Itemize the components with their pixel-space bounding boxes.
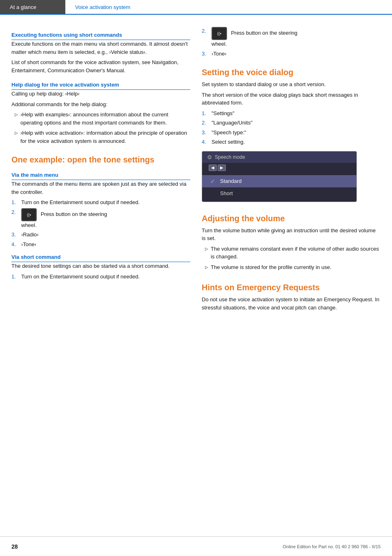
- section2-para1: Calling up help dialog: ›Help‹: [11, 90, 190, 98]
- speech-option-short[interactable]: Short: [202, 187, 356, 199]
- voice-step-2: 2. "Language/Units": [202, 119, 381, 127]
- right-column: 2. Press button on the steering wheel. 3…: [202, 24, 381, 314]
- section-emergency-requests: Hints on Emergency Requests Do not use t…: [202, 282, 381, 311]
- right-steps-top: 2. Press button on the steering wheel. 3…: [202, 27, 381, 58]
- section3-subheading1: Via the main menu: [11, 172, 190, 178]
- section-help-dialog: Help dialog for the voice activation sys…: [11, 82, 190, 145]
- adjusting-volume-para1: Turn the volume button while giving an i…: [202, 227, 381, 242]
- voice-dialog-steps: 1. "Settings" 2. "Language/Units" 3. "Sp…: [202, 109, 381, 146]
- section3-subheading2: Via short command: [11, 254, 190, 260]
- step-short-1: 1. Turn on the Entertainment sound outpu…: [11, 273, 190, 281]
- volume-bullet-1: The volume remains constant even if the …: [202, 245, 381, 261]
- voice-dialog-heading: Setting the voice dialog: [202, 67, 381, 77]
- section2-bullets: ›Help with examples‹: announces informat…: [11, 111, 190, 145]
- section2-heading: Help dialog for the voice activation sys…: [11, 82, 190, 88]
- controller-arrows: ◀ ▶: [209, 165, 356, 171]
- adjusting-volume-heading: Adjusting the volume: [202, 214, 381, 223]
- speech-mode-options: ✓ Standard Short: [202, 173, 356, 202]
- step-main-3: 3. ›Radio‹: [11, 231, 190, 239]
- voice-dialog-para2: The short version of the voice dialog pl…: [202, 91, 381, 107]
- step-main-1: 1. Turn on the Entertainment sound outpu…: [11, 198, 190, 207]
- voice-step-3: 3. "Speech type:": [202, 129, 381, 137]
- section3-heading: One example: open the tone settings: [11, 155, 190, 165]
- speech-option-short-label: Short: [220, 190, 233, 196]
- right-step-2: 2. Press button on the steering wheel.: [202, 27, 381, 48]
- header-section-right: Voice activation system: [65, 0, 392, 14]
- header-section-left: At a glance: [0, 0, 65, 14]
- section2-para2: Additional commands for the help dialog:: [11, 100, 190, 109]
- checkmark-icon: ✓: [210, 178, 217, 185]
- gear-icon: ⚙: [207, 154, 212, 160]
- speech-option-standard-label: Standard: [220, 178, 242, 184]
- arrow-left-icon[interactable]: ◀: [209, 165, 217, 171]
- step-main-4: 4. ›Tone‹: [11, 240, 190, 249]
- section1-heading: Executing functions using short commands: [11, 32, 190, 38]
- voice-dialog-para1: Set system to standard dialog or use a s…: [202, 80, 381, 89]
- volume-bullets: The volume remains constant even if the …: [202, 245, 381, 271]
- volume-bullet-2: The volume is stored for the profile cur…: [202, 263, 381, 271]
- speech-mode-title-bar: ⚙ Speech mode: [202, 151, 356, 163]
- step2-continuation: 2. Press button on the steering wheel. 3…: [202, 27, 381, 58]
- step-main-2: 2. Press button on the steering wheel.: [11, 208, 190, 229]
- section3-steps-main: 1. Turn on the Entertainment sound outpu…: [11, 198, 190, 248]
- speech-mode-box: ⚙ Speech mode ◀ ▶ ✓ Standard Short: [202, 151, 357, 202]
- emergency-heading: Hints on Emergency Requests: [202, 282, 381, 292]
- page-number: 28: [11, 543, 18, 550]
- speech-option-standard[interactable]: ✓ Standard: [202, 175, 356, 187]
- bullet-item-2: ›Help with voice activation‹: informatio…: [11, 129, 190, 145]
- section3-steps-short: 1. Turn on the Entertainment sound outpu…: [11, 273, 190, 281]
- arrow-right-icon[interactable]: ▶: [218, 165, 226, 171]
- section1-para2: List of short commands for the voice act…: [11, 58, 190, 74]
- right-step-3: 3. ›Tone‹: [202, 50, 381, 58]
- steering-wheel-icon-right: [212, 27, 227, 40]
- section-adjusting-volume: Adjusting the volume Turn the volume but…: [202, 214, 381, 271]
- voice-step-4: 4. Select setting.: [202, 138, 381, 146]
- section-voice-dialog: Setting the voice dialog Set system to s…: [202, 67, 381, 202]
- section3-para2: The desired tone settings can also be st…: [11, 262, 190, 270]
- section3-para1: The commands of the menu items are spoke…: [11, 180, 190, 196]
- header-left-label: At a glance: [10, 4, 36, 10]
- steering-wheel-icon: [21, 208, 37, 221]
- section1-para1: Execute functions on the main menu via s…: [11, 40, 190, 56]
- header-right-label: Voice activation system: [75, 4, 130, 10]
- main-content: Executing functions using short commands…: [0, 15, 392, 338]
- speech-mode-title: Speech mode: [215, 154, 245, 160]
- page-header: At a glance Voice activation system: [0, 0, 392, 15]
- left-column: Executing functions using short commands…: [11, 24, 190, 314]
- page-footer: 28 Online Edition for Part no. 01 40 2 9…: [0, 536, 392, 556]
- section-one-example: One example: open the tone settings Via …: [11, 155, 190, 280]
- section-executing-functions: Executing functions using short commands…: [11, 32, 190, 74]
- footer-info: Online Edition for Part no. 01 40 2 960 …: [283, 544, 381, 549]
- emergency-para1: Do not use the voice activation system t…: [202, 296, 381, 311]
- voice-step-1: 1. "Settings": [202, 109, 381, 118]
- bullet-item-1: ›Help with examples‹: announces informat…: [11, 111, 190, 127]
